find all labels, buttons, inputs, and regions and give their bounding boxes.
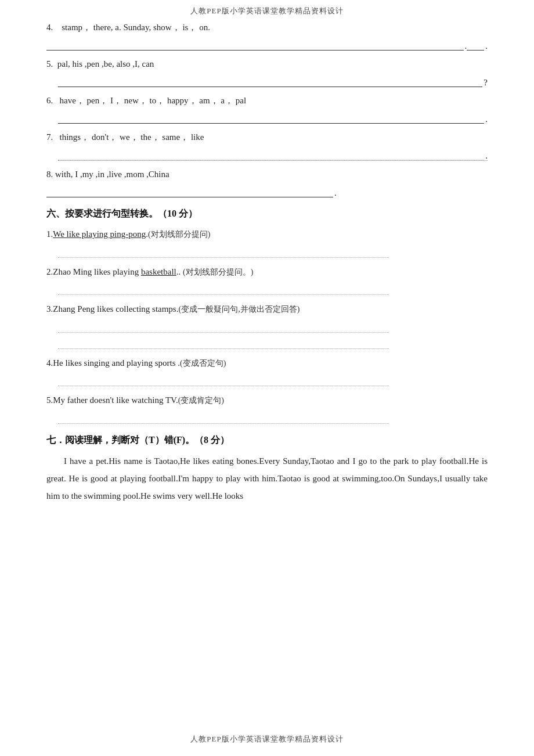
q4-answer-line: [46, 38, 464, 51]
sub-q6-2: 2.Zhao Ming likes playing basketball.. (…: [46, 264, 488, 296]
sub-q6-5-line: [58, 411, 389, 424]
q6-words: have， pen， I， new， to， happy， am， a， pal: [60, 96, 247, 105]
q7-answer-line: [58, 147, 484, 160]
q4-end-punct: .: [484, 42, 488, 51]
q5-words: pal, his ,pen ,be, also ,I, can: [57, 59, 154, 69]
sub-q6-5: 5.My father doesn't like watching TV.(变成…: [46, 392, 488, 424]
q8-answer-line: [46, 185, 333, 197]
sub-q6-4-line: [58, 373, 389, 386]
q7-words: things， don't， we， the， same， like: [60, 132, 204, 142]
sub-q6-1-text: 1.We like playing ping-pong.(对划线部分提问): [46, 229, 210, 239]
sub-q6-4-text: 4.He likes singing and playing sports .(…: [46, 358, 226, 368]
sub-q6-1-line: [58, 245, 389, 258]
sub-q6-5-text: 5.My father doesn't like watching TV.(变成…: [46, 395, 224, 405]
sub-q6-1: 1.We like playing ping-pong.(对划线部分提问): [46, 226, 488, 258]
question-8: 8. with, I ,my ,in ,live ,mom ,China .: [46, 167, 488, 197]
question-6: 6. have， pen， I， new， to， happy， am， a， …: [46, 93, 488, 124]
question-4: 4. stamp， there, a. Sunday, show， is， on…: [46, 20, 488, 51]
question-5: 5. pal, his ,pen ,be, also ,I, can ?: [46, 56, 488, 87]
sub-q6-3: 3.Zhang Peng likes collecting stamps.(变成…: [46, 301, 488, 349]
sub-q6-3-line2: [58, 336, 389, 349]
q6-answer-line: [58, 111, 484, 124]
q8-label: 8.: [46, 170, 53, 179]
question-7: 7. things， don't， we， the， same， like .: [46, 129, 488, 161]
q4-punct-line: [467, 38, 484, 51]
q5-label: 5.: [46, 59, 53, 69]
q4-words: stamp， there, a. Sunday, show， is， on.: [62, 23, 210, 32]
q5-punct: ?: [482, 78, 488, 87]
page-footer: 人教PEP版小学英语课堂教学精品资料设计: [0, 728, 534, 750]
reading-passage: I have a pet.His name is Taotao,He likes…: [46, 452, 488, 505]
q5-answer-area: ?: [58, 74, 488, 87]
section7-title: 七．阅读理解，判断对（T）错(F)。（8 分）: [46, 434, 488, 447]
q4-label: 4.: [46, 23, 53, 32]
q8-punct: .: [333, 189, 337, 197]
q8-words: with, I ,my ,in ,live ,mom ,China: [55, 170, 169, 179]
sub-q6-3-line1: [58, 320, 389, 333]
q7-answer-area: .: [58, 147, 488, 161]
sub-q6-4: 4.He likes singing and playing sports .(…: [46, 355, 488, 387]
q7-punct: .: [484, 152, 488, 160]
section6-title: 六、按要求进行句型转换。（10 分）: [46, 208, 488, 220]
page-header: 人教PEP版小学英语课堂教学精品资料设计: [0, 0, 534, 20]
q7-label: 7.: [46, 132, 53, 142]
main-content: 4. stamp， there, a. Sunday, show， is， on…: [0, 20, 534, 505]
sub-q6-2-line: [58, 282, 389, 295]
sub-q6-2-text: 2.Zhao Ming likes playing basketball.. (…: [46, 267, 253, 276]
q6-answer-area: .: [58, 111, 488, 124]
q8-answer-area: .: [46, 185, 488, 197]
q6-punct: .: [484, 115, 488, 124]
q4-answer-area: . .: [46, 38, 488, 51]
q6-label: 6.: [46, 96, 53, 105]
q5-answer-line: [58, 74, 482, 87]
sub-q6-3-text: 3.Zhang Peng likes collecting stamps.(变成…: [46, 304, 300, 314]
